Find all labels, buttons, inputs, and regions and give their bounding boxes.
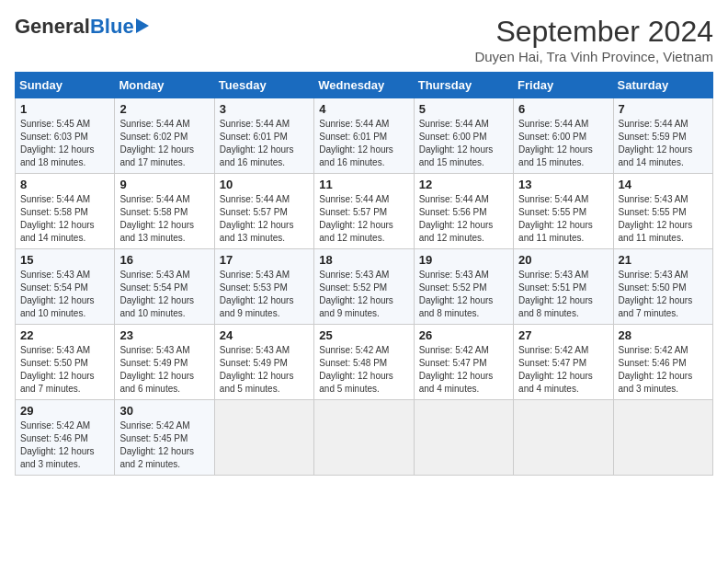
calendar-cell: 3Sunrise: 5:44 AMSunset: 6:01 PMDaylight…: [214, 98, 313, 174]
title-block: September 2024 Duyen Hai, Tra Vinh Provi…: [474, 15, 713, 64]
week-row-1: 1Sunrise: 5:45 AMSunset: 6:03 PMDaylight…: [16, 98, 713, 174]
day-number: 15: [20, 253, 109, 267]
calendar-header-row: SundayMondayTuesdayWednesdayThursdayFrid…: [16, 73, 713, 98]
col-header-wednesday: Wednesday: [314, 73, 414, 98]
calendar-cell: 17Sunrise: 5:43 AMSunset: 5:53 PMDayligh…: [214, 249, 313, 325]
calendar-cell: 20Sunrise: 5:43 AMSunset: 5:51 PMDayligh…: [514, 249, 613, 325]
day-number: 3: [220, 102, 309, 116]
day-number: 9: [119, 178, 209, 191]
calendar-cell: 26Sunrise: 5:42 AMSunset: 5:47 PMDayligh…: [414, 325, 513, 400]
day-info: Sunrise: 5:43 AMSunset: 5:49 PMDaylight:…: [119, 344, 209, 396]
calendar-cell: 10Sunrise: 5:44 AMSunset: 5:57 PMDayligh…: [214, 174, 313, 249]
day-info: Sunrise: 5:42 AMSunset: 5:46 PMDaylight:…: [619, 344, 708, 396]
day-number: 13: [518, 178, 608, 191]
calendar-cell: 8Sunrise: 5:44 AMSunset: 5:58 PMDaylight…: [16, 174, 115, 249]
day-info: Sunrise: 5:42 AMSunset: 5:47 PMDaylight:…: [518, 344, 608, 396]
day-info: Sunrise: 5:44 AMSunset: 5:57 PMDaylight:…: [220, 193, 309, 245]
calendar-cell: 7Sunrise: 5:44 AMSunset: 5:59 PMDaylight…: [613, 98, 712, 174]
day-info: Sunrise: 5:43 AMSunset: 5:50 PMDaylight:…: [20, 344, 109, 396]
day-info: Sunrise: 5:44 AMSunset: 5:56 PMDaylight:…: [419, 193, 508, 245]
day-info: Sunrise: 5:43 AMSunset: 5:49 PMDaylight:…: [220, 344, 309, 396]
day-info: Sunrise: 5:43 AMSunset: 5:54 PMDaylight:…: [119, 269, 209, 320]
day-info: Sunrise: 5:42 AMSunset: 5:47 PMDaylight:…: [419, 344, 508, 396]
day-number: 5: [419, 102, 508, 116]
page-subtitle: Duyen Hai, Tra Vinh Province, Vietnam: [474, 49, 713, 64]
calendar-cell: 15Sunrise: 5:43 AMSunset: 5:54 PMDayligh…: [16, 249, 115, 325]
calendar-cell: 14Sunrise: 5:43 AMSunset: 5:55 PMDayligh…: [613, 174, 712, 249]
calendar-cell: 24Sunrise: 5:43 AMSunset: 5:49 PMDayligh…: [214, 325, 313, 400]
calendar-cell: 21Sunrise: 5:43 AMSunset: 5:50 PMDayligh…: [613, 249, 712, 325]
day-number: 2: [119, 102, 209, 116]
calendar-cell: 30Sunrise: 5:42 AMSunset: 5:45 PMDayligh…: [115, 400, 214, 476]
calendar-cell: 2Sunrise: 5:44 AMSunset: 6:02 PMDaylight…: [115, 98, 214, 174]
day-number: 16: [119, 253, 209, 267]
calendar-cell: 11Sunrise: 5:44 AMSunset: 5:57 PMDayligh…: [314, 174, 414, 249]
day-info: Sunrise: 5:43 AMSunset: 5:54 PMDaylight:…: [20, 269, 109, 320]
col-header-sunday: Sunday: [16, 73, 115, 98]
calendar-cell: 5Sunrise: 5:44 AMSunset: 6:00 PMDaylight…: [414, 98, 513, 174]
day-number: 10: [220, 178, 309, 191]
day-number: 26: [419, 328, 508, 342]
page-header: GeneralBlue September 2024 Duyen Hai, Tr…: [15, 15, 713, 64]
col-header-friday: Friday: [514, 73, 613, 98]
calendar-cell: [314, 400, 414, 476]
day-info: Sunrise: 5:44 AMSunset: 5:55 PMDaylight:…: [518, 193, 608, 245]
week-row-2: 8Sunrise: 5:44 AMSunset: 5:58 PMDaylight…: [16, 174, 713, 249]
day-info: Sunrise: 5:44 AMSunset: 6:00 PMDaylight:…: [419, 118, 508, 169]
day-number: 22: [20, 328, 109, 342]
day-info: Sunrise: 5:44 AMSunset: 6:02 PMDaylight:…: [119, 118, 209, 169]
day-info: Sunrise: 5:43 AMSunset: 5:52 PMDaylight:…: [319, 269, 408, 320]
calendar-cell: [214, 400, 313, 476]
calendar-cell: [613, 400, 712, 476]
calendar-cell: 13Sunrise: 5:44 AMSunset: 5:55 PMDayligh…: [514, 174, 613, 249]
calendar-cell: [514, 400, 613, 476]
day-number: 24: [220, 328, 309, 342]
day-info: Sunrise: 5:42 AMSunset: 5:46 PMDaylight:…: [20, 419, 109, 471]
day-info: Sunrise: 5:44 AMSunset: 5:58 PMDaylight:…: [119, 193, 209, 245]
day-info: Sunrise: 5:44 AMSunset: 6:01 PMDaylight:…: [220, 118, 309, 169]
day-number: 6: [518, 102, 608, 116]
day-number: 1: [20, 102, 109, 116]
calendar-cell: 27Sunrise: 5:42 AMSunset: 5:47 PMDayligh…: [514, 325, 613, 400]
col-header-monday: Monday: [115, 73, 214, 98]
day-info: Sunrise: 5:44 AMSunset: 5:57 PMDaylight:…: [319, 193, 408, 245]
day-info: Sunrise: 5:44 AMSunset: 6:01 PMDaylight:…: [319, 118, 408, 169]
week-row-4: 22Sunrise: 5:43 AMSunset: 5:50 PMDayligh…: [16, 325, 713, 400]
col-header-thursday: Thursday: [414, 73, 513, 98]
calendar-cell: [414, 400, 513, 476]
calendar-cell: 28Sunrise: 5:42 AMSunset: 5:46 PMDayligh…: [613, 325, 712, 400]
day-number: 28: [619, 328, 708, 342]
logo-general: General: [15, 15, 90, 39]
day-number: 8: [20, 178, 109, 191]
calendar-cell: 25Sunrise: 5:42 AMSunset: 5:48 PMDayligh…: [314, 325, 414, 400]
day-info: Sunrise: 5:42 AMSunset: 5:45 PMDaylight:…: [119, 419, 209, 471]
calendar-cell: 1Sunrise: 5:45 AMSunset: 6:03 PMDaylight…: [16, 98, 115, 174]
calendar-cell: 23Sunrise: 5:43 AMSunset: 5:49 PMDayligh…: [115, 325, 214, 400]
day-info: Sunrise: 5:44 AMSunset: 6:00 PMDaylight:…: [518, 118, 608, 169]
day-number: 25: [319, 328, 408, 342]
day-info: Sunrise: 5:43 AMSunset: 5:55 PMDaylight:…: [619, 193, 708, 245]
day-info: Sunrise: 5:43 AMSunset: 5:51 PMDaylight:…: [518, 269, 608, 320]
calendar-cell: 4Sunrise: 5:44 AMSunset: 6:01 PMDaylight…: [314, 98, 414, 174]
day-number: 18: [319, 253, 408, 267]
calendar-cell: 12Sunrise: 5:44 AMSunset: 5:56 PMDayligh…: [414, 174, 513, 249]
week-row-5: 29Sunrise: 5:42 AMSunset: 5:46 PMDayligh…: [16, 400, 713, 476]
logo-arrow-icon: [136, 18, 149, 33]
day-number: 21: [619, 253, 708, 267]
day-number: 4: [319, 102, 408, 116]
col-header-tuesday: Tuesday: [214, 73, 313, 98]
day-number: 30: [119, 404, 209, 418]
day-info: Sunrise: 5:44 AMSunset: 5:58 PMDaylight:…: [20, 193, 109, 245]
day-number: 23: [119, 328, 209, 342]
day-info: Sunrise: 5:42 AMSunset: 5:48 PMDaylight:…: [319, 344, 408, 396]
day-number: 17: [220, 253, 309, 267]
day-number: 7: [619, 102, 708, 116]
calendar-table: SundayMondayTuesdayWednesdayThursdayFrid…: [15, 72, 713, 476]
calendar-cell: 18Sunrise: 5:43 AMSunset: 5:52 PMDayligh…: [314, 249, 414, 325]
page-title: September 2024: [474, 15, 713, 49]
day-info: Sunrise: 5:43 AMSunset: 5:52 PMDaylight:…: [419, 269, 508, 320]
day-number: 14: [619, 178, 708, 191]
day-number: 27: [518, 328, 608, 342]
day-number: 11: [319, 178, 408, 191]
day-number: 12: [419, 178, 508, 191]
